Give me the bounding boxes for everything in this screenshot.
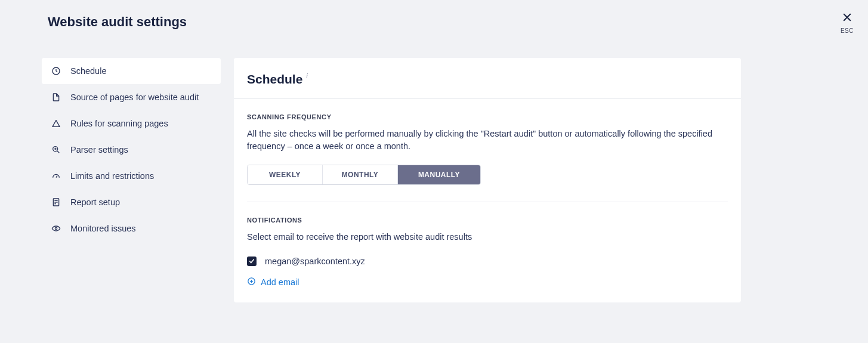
frequency-selector: WEEKLY MONTHLY MANUALLY [247, 165, 481, 185]
clock-icon [51, 66, 61, 76]
svg-line-4 [57, 151, 59, 153]
sidebar-item-schedule[interactable]: Schedule [42, 58, 221, 84]
sidebar-item-source-of-pages[interactable]: Source of pages for website audit [42, 84, 221, 110]
main-panel: Schedule i SCANNING FREQUENCY All the si… [234, 58, 741, 302]
page-title: Website audit settings [48, 14, 187, 30]
plus-circle-icon [247, 277, 256, 288]
frequency-monthly-button[interactable]: MONTHLY [323, 165, 398, 184]
email-checkbox[interactable] [247, 257, 257, 266]
notifications-description: Select email to receive the report with … [247, 231, 728, 243]
file-icon [51, 92, 61, 102]
frequency-weekly-button[interactable]: WEEKLY [248, 165, 323, 184]
sidebar-item-rules-scanning[interactable]: Rules for scanning pages [42, 110, 221, 137]
sidebar-item-monitored-issues[interactable]: Monitored issues [42, 215, 221, 242]
close-icon [842, 12, 852, 25]
speedometer-icon [51, 171, 61, 181]
info-icon[interactable]: i [306, 73, 307, 79]
email-address: megan@sparkcontent.xyz [265, 257, 365, 266]
sidebar-item-parser-settings[interactable]: Parser settings [42, 137, 221, 163]
scanning-frequency-description: All the site checks will be performed ma… [247, 128, 728, 153]
sidebar: Schedule Source of pages for website aud… [42, 58, 221, 302]
sidebar-item-label: Rules for scanning pages [70, 119, 168, 128]
sidebar-item-label: Monitored issues [70, 224, 136, 233]
close-button[interactable]: ESC [841, 12, 854, 34]
eye-icon [51, 224, 61, 233]
add-email-button[interactable]: Add email [247, 277, 299, 288]
notifications-label: NOTIFICATIONS [247, 217, 728, 224]
scanning-frequency-label: SCANNING FREQUENCY [247, 113, 728, 120]
frequency-manually-button[interactable]: MANUALLY [398, 165, 480, 184]
sidebar-item-label: Source of pages for website audit [70, 92, 199, 102]
main-title: Schedule [247, 72, 302, 86]
document-icon [51, 197, 61, 207]
sidebar-item-report-setup[interactable]: Report setup [42, 189, 221, 215]
sidebar-item-label: Limits and restrictions [70, 171, 154, 181]
sidebar-item-label: Report setup [70, 197, 120, 207]
svg-point-12 [55, 227, 57, 229]
sidebar-item-limits-restrictions[interactable]: Limits and restrictions [42, 163, 221, 189]
email-row: megan@sparkcontent.xyz [247, 257, 728, 266]
svg-line-7 [56, 175, 57, 177]
esc-label: ESC [841, 27, 854, 34]
add-email-label: Add email [261, 277, 299, 287]
warning-icon [51, 119, 61, 128]
sidebar-item-label: Parser settings [70, 145, 128, 154]
sidebar-item-label: Schedule [70, 66, 106, 76]
zoom-icon [51, 145, 61, 154]
